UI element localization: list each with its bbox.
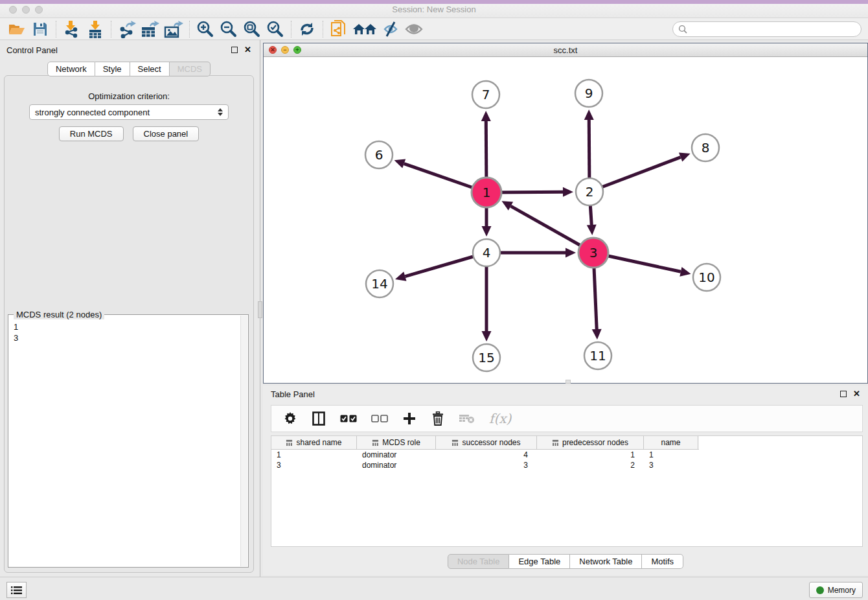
column-header-name[interactable]: name [644,436,698,449]
node-table[interactable]: shared nameMCDS rolesuccessor nodesprede… [271,435,863,547]
table-panel-title: Table Panel [271,389,840,399]
graph-node-4[interactable]: 4 [473,239,500,266]
node-label: 15 [478,350,494,365]
function-builder-icon-disabled: f(x) [489,409,511,428]
graph-node-15[interactable]: 15 [473,344,500,371]
result-line: 3 [14,332,240,343]
dropdown-stepper-icon [218,108,223,116]
node-table-header: shared nameMCDS rolesuccessor nodesprede… [271,436,699,450]
run-mcds-button[interactable]: Run MCDS [59,126,124,141]
graph-node-7[interactable]: 7 [472,81,499,108]
control-panel-tabs: NetworkStyleSelectMCDS [0,62,258,76]
tab-select[interactable]: Select [130,62,170,76]
network-canvas[interactable]: 7968124314101511 [264,57,867,383]
open-session-icon[interactable] [5,19,29,39]
clone-network-icon[interactable] [327,19,350,39]
column-header-shared-name[interactable]: shared name [271,436,357,449]
result-scrollbar[interactable] [240,316,247,566]
splitter-grip[interactable] [258,301,262,318]
graph-node-9[interactable]: 9 [575,80,602,107]
home-icon[interactable] [350,19,379,39]
edge-arrowhead [680,267,691,277]
column-attribute-icon [286,439,293,446]
select-all-columns-icon[interactable] [340,409,357,428]
node-label: 6 [375,147,383,163]
column-header-predecessor-nodes[interactable]: predecessor nodes [537,436,644,449]
apply-layout-icon[interactable] [295,19,319,39]
graph-node-6[interactable]: 6 [365,141,393,168]
table-row[interactable]: 1dominator411 [271,450,862,460]
deselect-all-columns-icon[interactable] [371,409,388,428]
tab-network[interactable]: Network [47,62,95,76]
network-window-title: scc.txt [264,45,867,55]
optimization-criterion-label: Optimization criterion: [5,91,253,101]
delete-rows-icon[interactable] [431,409,445,428]
table-cell: 1 [537,450,644,460]
hide-details-icon[interactable] [379,19,402,39]
column-header-successor-nodes[interactable]: successor nodes [436,436,537,449]
tab-network-table[interactable]: Network Table [570,554,642,569]
graph-node-11[interactable]: 11 [584,342,611,369]
save-session-icon[interactable] [29,19,52,39]
column-header-MCDS-role[interactable]: MCDS role [357,436,436,449]
zoom-selected-icon[interactable] [264,19,287,39]
table-row[interactable]: 3dominator323 [271,460,862,470]
graph-node-3[interactable]: 3 [578,238,608,268]
tab-edge-table[interactable]: Edge Table [509,554,570,569]
export-image-icon[interactable] [162,19,185,39]
zoom-in-icon[interactable] [194,19,217,39]
edge-arrowhead [584,110,594,120]
graph-node-1[interactable]: 1 [472,178,501,207]
float-table-panel-icon[interactable] [840,391,847,397]
table-panel-header: Table Panel ✕ [263,386,868,402]
settings-icon[interactable] [283,409,297,428]
export-network-icon[interactable] [115,19,139,39]
column-attribute-icon [451,439,459,446]
close-panel-button[interactable]: Close panel [133,126,200,141]
zoom-out-icon[interactable] [217,19,240,39]
column-attribute-icon [552,439,559,446]
search-icon [678,25,687,34]
import-network-icon[interactable] [60,19,84,39]
node-label: 10 [698,270,714,285]
panel-splitter[interactable] [258,40,263,577]
edge-arrowhead [394,159,406,168]
tab-mcds[interactable]: MCDS [170,62,211,76]
table-cell: dominator [357,460,436,470]
table-cell: 1 [644,450,698,460]
create-column-icon[interactable] [402,409,417,428]
graph-edge-2-8[interactable] [589,157,681,192]
graph-node-10[interactable]: 10 [693,264,720,291]
float-panel-icon[interactable] [231,47,238,53]
zoom-fit-icon[interactable] [240,19,264,39]
node-label: 9 [585,86,593,101]
app-title: Session: New Session [0,5,868,14]
edge-arrowhead [563,187,573,197]
table-cell: 3 [271,460,357,470]
task-history-button[interactable] [6,582,27,598]
split-view-icon[interactable] [312,409,326,428]
tab-motifs[interactable]: Motifs [642,554,683,569]
optimization-criterion-dropdown[interactable]: strongly connected component [29,104,229,120]
horizontal-splitter-grip[interactable] [565,380,571,384]
search-box[interactable] [672,21,862,37]
import-table-icon[interactable] [84,19,107,39]
network-window-titlebar[interactable]: ✕ − + scc.txt [264,43,867,57]
graph-node-14[interactable]: 14 [366,270,393,297]
tab-node-table[interactable]: Node Table [448,554,510,569]
export-table-icon[interactable] [139,19,162,39]
tab-style[interactable]: Style [95,62,130,76]
table-panel: Table Panel ✕ f(x) shared nameMCDS rol [263,386,868,575]
toolbar-separator [111,21,111,38]
edge-arrowhead [482,226,492,237]
memory-button[interactable]: Memory [809,582,863,598]
search-input[interactable] [687,25,861,34]
graph-node-2[interactable]: 2 [576,178,603,205]
close-table-panel-icon[interactable]: ✕ [853,391,860,397]
close-panel-icon[interactable]: ✕ [244,47,251,53]
edge-arrowhead [481,111,491,121]
edge-arrowhead [587,225,597,235]
graph-node-8[interactable]: 8 [692,134,719,161]
node-label: 14 [371,276,387,292]
show-details-icon[interactable] [402,19,426,39]
